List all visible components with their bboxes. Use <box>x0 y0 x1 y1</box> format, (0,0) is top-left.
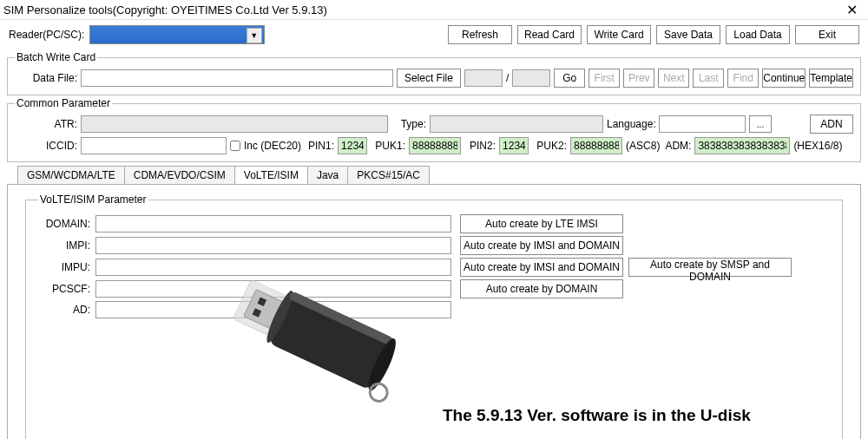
tab-panel: VoLTE/ISIM Parameter DOMAIN: Auto create… <box>7 184 861 439</box>
type-label: Type: <box>391 118 426 130</box>
ad-label: AD: <box>38 304 90 316</box>
tab-java[interactable]: Java <box>307 166 348 184</box>
tab-volte[interactable]: VoLTE/ISIM <box>234 166 308 184</box>
language-browse-button[interactable]: ... <box>749 115 772 133</box>
volte-legend: VoLTE/ISIM Parameter <box>38 193 148 206</box>
atr-label: ATR: <box>15 118 77 130</box>
reader-label: Reader(PC/SC): <box>9 29 84 41</box>
adn-button[interactable]: ADN <box>810 115 853 134</box>
refresh-button[interactable]: Refresh <box>448 25 512 44</box>
puk2-label: PUK2: <box>532 140 567 152</box>
next-button[interactable]: Next <box>658 69 689 88</box>
pin2-input[interactable] <box>499 137 529 154</box>
pin1-input[interactable] <box>338 137 367 154</box>
volte-group: VoLTE/ISIM Parameter DOMAIN: Auto create… <box>25 193 843 439</box>
language-input[interactable] <box>659 115 746 133</box>
puk1-input[interactable] <box>409 137 461 154</box>
auto-imsi-domain2-button[interactable]: Auto create by IMSI and DOMAIN <box>460 258 623 277</box>
last-button[interactable]: Last <box>693 69 724 88</box>
pin1-label: PIN1: <box>305 140 334 152</box>
batch-slash: / <box>506 72 509 84</box>
read-card-button[interactable]: Read Card <box>517 25 582 44</box>
asc8-label: (ASC8) <box>626 140 660 152</box>
language-label: Language: <box>607 118 655 130</box>
load-data-button[interactable]: Load Data <box>726 25 790 44</box>
save-data-button[interactable]: Save Data <box>656 25 720 44</box>
tab-pkcs[interactable]: PKCS#15/AC <box>347 166 430 184</box>
continue-button[interactable]: Continue <box>762 69 806 88</box>
exit-button[interactable]: Exit <box>795 25 859 44</box>
auto-lte-imsi-button[interactable]: Auto create by LTE IMSI <box>460 214 623 233</box>
tab-bar: GSM/WCDMA/LTE CDMA/EVDO/CSIM VoLTE/ISIM … <box>17 166 868 184</box>
reader-dropdown[interactable] <box>89 25 264 44</box>
datafile-label: Data File: <box>15 72 77 84</box>
caption-text: The 5.9.13 Ver. software is in the U-dis… <box>443 406 751 425</box>
domain-input[interactable] <box>95 215 451 233</box>
pin2-label: PIN2: <box>464 140 496 152</box>
auto-smsp-domain-button[interactable]: Auto create by SMSP and DOMAIN <box>628 258 792 277</box>
tab-gsm[interactable]: GSM/WCDMA/LTE <box>17 166 125 184</box>
inc-checkbox[interactable] <box>230 141 240 151</box>
iccid-label: ICCID: <box>15 140 77 152</box>
batch-total-input <box>512 69 550 87</box>
common-parameter-group: Common Parameter ATR: Type: Language: ..… <box>7 97 861 162</box>
batch-write-card-group: Batch Write Card Data File: Select File … <box>7 51 861 95</box>
type-input <box>430 115 603 133</box>
impi-label: IMPI: <box>38 239 90 252</box>
adm-input[interactable] <box>694 137 790 154</box>
common-legend: Common Parameter <box>15 97 112 109</box>
batch-pos-input <box>464 69 503 87</box>
iccid-input[interactable] <box>81 137 227 154</box>
impu-label: IMPU: <box>38 261 90 273</box>
first-button[interactable]: First <box>589 69 620 88</box>
puk2-input[interactable] <box>570 137 622 154</box>
hex-label: (HEX16/8) <box>793 140 842 152</box>
prev-button[interactable]: Prev <box>623 69 654 88</box>
template-button[interactable]: Template <box>809 69 853 88</box>
window-title: SIM Personalize tools(Copyright: OYEITIM… <box>3 3 839 16</box>
find-button[interactable]: Find <box>727 69 759 88</box>
tab-cdma[interactable]: CDMA/EVDO/CSIM <box>124 166 235 184</box>
auto-domain-button[interactable]: Auto create by DOMAIN <box>460 279 623 298</box>
puk1-label: PUK1: <box>371 140 405 152</box>
write-card-button[interactable]: Write Card <box>587 25 651 44</box>
pcscf-label: PCSCF: <box>38 283 90 295</box>
batch-legend: Batch Write Card <box>15 51 97 63</box>
go-button[interactable]: Go <box>554 69 585 88</box>
inc-label: Inc (DEC20) <box>244 140 301 152</box>
adm-label: ADM: <box>663 140 691 152</box>
auto-imsi-domain-button[interactable]: Auto create by IMSI and DOMAIN <box>460 236 623 255</box>
select-file-button[interactable]: Select File <box>397 69 461 88</box>
atr-input <box>81 115 388 133</box>
datafile-input[interactable] <box>81 69 393 87</box>
usb-drive-image <box>208 252 425 419</box>
close-icon[interactable]: ✕ <box>839 2 865 18</box>
domain-label: DOMAIN: <box>38 218 90 230</box>
